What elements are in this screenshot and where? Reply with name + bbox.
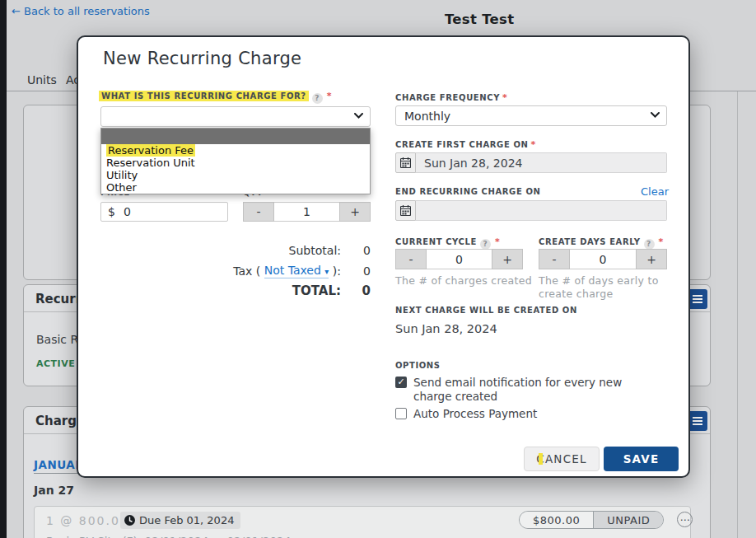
tab-units[interactable]: Units xyxy=(27,73,57,87)
days-early-minus-button[interactable]: - xyxy=(539,249,570,269)
cycle-value: 0 xyxy=(427,249,492,269)
cancel-button[interactable]: CANCEL xyxy=(524,447,600,471)
total-label: TOTAL: xyxy=(292,283,341,298)
recurring-item-name: Basic R xyxy=(36,333,78,346)
total-value: 0 xyxy=(341,283,371,298)
help-icon[interactable]: ? xyxy=(312,93,323,104)
dropdown-option[interactable]: Reservation Fee xyxy=(101,144,370,157)
qty-value: 1 xyxy=(274,202,339,222)
frequency-value: Monthly xyxy=(404,110,450,123)
price-input[interactable]: $ 0 xyxy=(100,202,228,222)
required-asterisk: * xyxy=(495,236,500,247)
total-row: TOTAL: 0 xyxy=(100,283,371,298)
charges-list-button[interactable] xyxy=(688,411,707,431)
new-recurring-charge-modal: New Recurring Charge WHAT IS THIS RECURR… xyxy=(77,35,690,478)
checkbox-checked-icon[interactable]: ✓ xyxy=(395,377,407,388)
page-title: Test Test xyxy=(445,12,514,27)
email-notification-option[interactable]: ✓ Send email notification for every new … xyxy=(395,376,659,404)
chevron-down-icon xyxy=(354,113,363,119)
days-early-plus-button[interactable]: + xyxy=(636,249,667,269)
charge-qty-price: 1 @ 800.00 xyxy=(46,514,129,527)
charge-day-label: Jan 27 xyxy=(34,484,74,497)
current-cycle-stepper: - 0 + xyxy=(395,249,523,269)
amount-value: $800.00 xyxy=(520,512,593,528)
next-charge-value: Sun Jan 28, 2024 xyxy=(395,322,497,335)
subtotal-value: 0 xyxy=(341,244,371,257)
modal-title: New Recurring Charge xyxy=(103,49,301,68)
days-early-help: The # of days early to create charge xyxy=(539,274,667,301)
price-value: 0 xyxy=(124,205,131,218)
required-asterisk: * xyxy=(530,139,535,150)
back-link-label: Back to all reservations xyxy=(24,5,150,17)
amount-status-pill[interactable]: $800.00 UNPAID xyxy=(519,511,664,529)
clear-link[interactable]: Clear xyxy=(641,185,669,198)
payment-status: UNPAID xyxy=(593,512,663,528)
first-charge-label: CREATE FIRST CHARGE ON* xyxy=(395,139,536,150)
dropdown-option[interactable]: Reservation Unit xyxy=(101,157,370,169)
charge-item-row: 1 @ 800.00 Due Feb 01, 2024 $800.00 UNPA… xyxy=(34,506,691,538)
charge-for-label: WHAT IS THIS RECURRING CHARGE FOR??* xyxy=(99,91,332,104)
subtotal-row: Subtotal: 0 xyxy=(100,244,371,257)
back-to-reservations-link[interactable]: ← Back to all reservations xyxy=(12,5,150,17)
clock-icon xyxy=(124,515,135,526)
tax-suffix: ): xyxy=(333,264,341,278)
status-badge: ACTIVE xyxy=(36,358,75,369)
checkbox-unchecked-icon[interactable] xyxy=(395,408,407,419)
charge-menu-button[interactable]: ⋯ xyxy=(677,512,693,527)
dropdown-option[interactable]: Other xyxy=(101,181,370,194)
end-charge-label: END RECURRING CHARGE ON xyxy=(395,187,541,196)
subtotal-label: Subtotal: xyxy=(289,244,341,257)
due-date-label: Due Feb 01, 2024 xyxy=(139,514,234,526)
days-early-stepper: - 0 + xyxy=(539,249,667,269)
end-charge-date-field[interactable] xyxy=(395,200,667,221)
list-icon xyxy=(693,295,702,303)
email-notification-label: Send email notification for every new ch… xyxy=(413,376,659,404)
first-charge-date-field[interactable]: Sun Jan 28, 2024 xyxy=(395,152,667,173)
list-icon xyxy=(693,417,702,425)
charge-for-select[interactable] xyxy=(100,106,371,127)
required-asterisk: * xyxy=(502,92,507,103)
right-rail-divider xyxy=(737,91,738,538)
qty-plus-button[interactable]: + xyxy=(339,202,371,222)
cycle-plus-button[interactable]: + xyxy=(492,249,523,269)
tax-prefix: Tax ( xyxy=(233,264,260,278)
first-charge-date-value[interactable]: Sun Jan 28, 2024 xyxy=(416,152,667,173)
calendar-icon[interactable] xyxy=(395,200,416,221)
dropdown-option[interactable]: Utility xyxy=(101,169,370,181)
chevron-down-icon xyxy=(651,112,660,118)
calendar-icon[interactable] xyxy=(395,152,416,173)
auto-process-option[interactable]: Auto Process Payment xyxy=(395,407,659,421)
quantity-stepper: - 1 + xyxy=(243,202,371,222)
options-label: OPTIONS xyxy=(395,361,441,370)
due-date-badge: Due Feb 01, 2024 xyxy=(120,512,240,529)
qty-minus-button[interactable]: - xyxy=(243,202,274,222)
annotation-caret xyxy=(539,453,543,465)
dropdown-option-empty[interactable] xyxy=(101,129,370,144)
recurring-list-button[interactable] xyxy=(688,289,707,309)
auto-process-label: Auto Process Payment xyxy=(413,407,537,421)
days-early-label: CREATE DAYS EARLY?* xyxy=(539,236,664,250)
days-early-value: 0 xyxy=(570,249,636,269)
end-charge-date-value[interactable] xyxy=(416,200,667,221)
save-button[interactable]: SAVE xyxy=(604,447,679,471)
tax-mode-link[interactable]: Not Taxed ▾ xyxy=(264,264,329,278)
current-cycle-label: CURRENT CYCLE?* xyxy=(395,236,500,250)
back-arrow-icon: ← xyxy=(12,5,21,17)
charge-detail-line: Basic RV Site (F): 02/01/2024 — 02/01/20… xyxy=(46,535,291,538)
required-asterisk: * xyxy=(659,236,664,247)
charge-for-dropdown-list: Reservation Fee Reservation Unit Utility… xyxy=(100,128,371,194)
currency-prefix: $ xyxy=(108,205,115,218)
next-charge-label: NEXT CHARGE WILL BE CREATED ON xyxy=(395,306,577,315)
ellipsis-icon: ⋯ xyxy=(680,514,690,526)
tax-row: Tax ( Not Taxed ▾ ): 0 xyxy=(100,264,371,278)
caret-down-icon: ▾ xyxy=(324,267,329,276)
required-asterisk: * xyxy=(327,91,332,101)
left-edge-bar xyxy=(0,0,7,538)
charge-frequency-label: CHARGE FREQUENCY* xyxy=(395,92,507,103)
cycle-minus-button[interactable]: - xyxy=(395,249,427,269)
tax-value: 0 xyxy=(341,264,371,278)
current-cycle-help: The # of charges created xyxy=(395,274,535,288)
charge-frequency-select[interactable]: Monthly xyxy=(395,105,667,126)
